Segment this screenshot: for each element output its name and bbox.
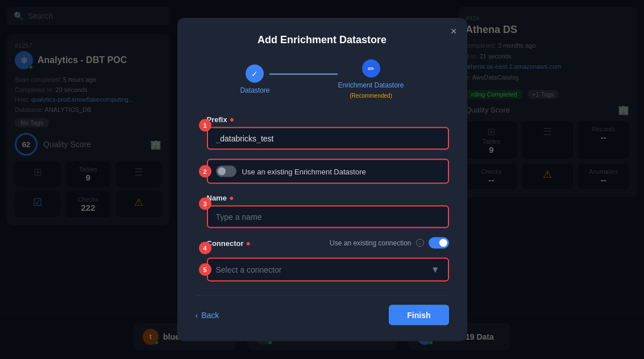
name-group: 3 Name ●: [207, 193, 449, 228]
step-badge-1: 1: [199, 119, 211, 132]
prefix-label: Prefix ●: [207, 115, 449, 124]
connector-group: 4 Connector ● Use an existing connection…: [207, 237, 449, 249]
step-badge-2: 2: [199, 165, 211, 178]
toggle-thumb: [218, 168, 226, 176]
existing-conn-label: Use an existing connection: [330, 239, 411, 247]
connector-toggle-thumb: [439, 239, 447, 247]
step-1-label: Datastore: [240, 86, 269, 94]
name-input[interactable]: [207, 206, 449, 228]
connector-label: Connector ●: [207, 239, 251, 248]
select-connector-group: 5 Select a connector ▼: [207, 258, 449, 282]
toggle-group: 2 Use an existing Enrichment Datastore: [207, 159, 449, 184]
select-placeholder: Select a connector: [216, 265, 282, 274]
toggle-label: Use an existing Enrichment Datastore: [242, 167, 366, 176]
connector-label-row: Connector ● Use an existing connection i: [207, 237, 449, 249]
step-line: [269, 73, 338, 74]
connector-select[interactable]: Select a connector ▼: [207, 258, 449, 282]
connector-right: Use an existing connection i: [330, 237, 448, 249]
connector-toggle[interactable]: [429, 237, 449, 249]
back-chevron-icon: ‹: [196, 311, 198, 320]
steps-row: ✓ Datastore ✏ Enrichment Datastore (Reco…: [196, 60, 449, 99]
required-indicator-3: ●: [246, 239, 251, 248]
step-2-sublabel: (Recommended): [350, 93, 392, 99]
modal-footer: ‹ Back Finish: [196, 295, 449, 325]
required-indicator-2: ●: [229, 193, 234, 202]
step-2-label: Enrichment Datastore: [338, 81, 404, 89]
step-2: ✏ Enrichment Datastore (Recommended): [338, 60, 404, 99]
close-button[interactable]: ×: [451, 26, 457, 36]
dropdown-arrow-icon: ▼: [431, 265, 440, 275]
step-badge-5: 5: [199, 264, 211, 276]
required-indicator-1: ●: [230, 115, 234, 124]
prefix-input[interactable]: [207, 127, 449, 150]
existing-datastore-toggle-row[interactable]: Use an existing Enrichment Datastore: [207, 159, 449, 184]
finish-button[interactable]: Finish: [389, 305, 448, 325]
info-icon: i: [416, 239, 424, 247]
step-1: ✓ Datastore: [240, 64, 269, 94]
add-enrichment-modal: × Add Enrichment Datastore ✓ Datastore ✏…: [177, 18, 467, 341]
step-badge-4: 4: [199, 242, 211, 254]
toggle-track: [216, 166, 236, 177]
back-label: Back: [201, 311, 219, 320]
toggle-switch[interactable]: [216, 166, 236, 177]
back-button[interactable]: ‹ Back: [196, 311, 219, 320]
modal-title: Add Enrichment Datastore: [196, 34, 449, 46]
name-label: Name ●: [207, 193, 449, 202]
step-2-circle: ✏: [362, 60, 380, 78]
step-1-circle: ✓: [246, 64, 264, 82]
step-badge-3: 3: [199, 198, 211, 210]
prefix-group: 1 Prefix ●: [207, 115, 449, 150]
